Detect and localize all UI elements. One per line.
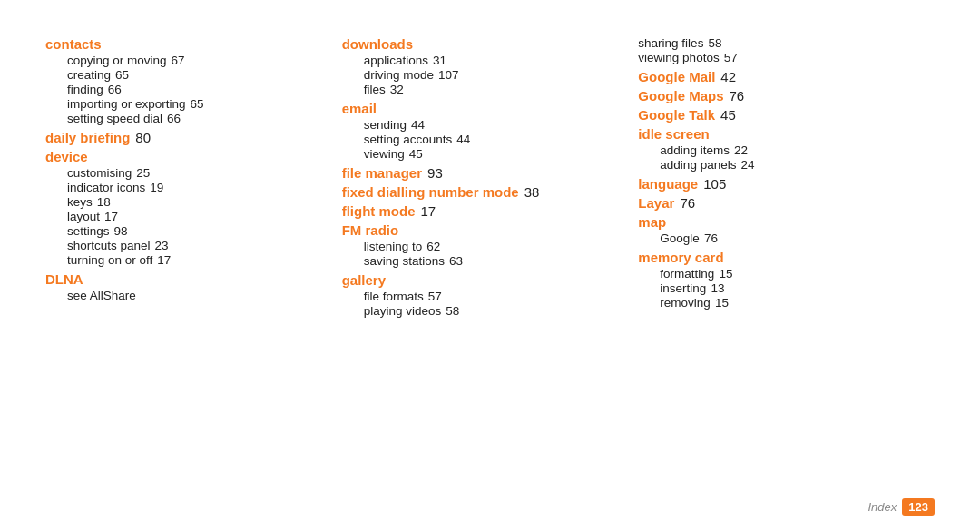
entry-map: map Google 76 xyxy=(638,214,935,246)
sub-adding-items: adding items 22 xyxy=(660,143,935,157)
sub-shortcuts-panel: shortcuts panel 23 xyxy=(67,239,342,252)
sub-adding-panels: adding panels 24 xyxy=(660,158,935,172)
sub-indicator-icons: indicator icons 19 xyxy=(67,181,342,194)
entry-email: email sending 44 setting accounts 44 vie… xyxy=(342,101,639,162)
entry-daily-briefing: daily briefing 80 xyxy=(45,130,342,145)
sub-applications: applications 31 xyxy=(364,54,639,67)
page-content: contacts copying or moving 67 creating 6… xyxy=(0,0,980,532)
entry-downloads: downloads applications 31 driving mode 1… xyxy=(342,36,639,97)
sub-settings: settings 98 xyxy=(67,224,342,238)
entry-flight-mode: flight mode 17 xyxy=(342,203,639,219)
sub-sending: sending 44 xyxy=(364,118,639,132)
header-contacts: contacts xyxy=(45,36,342,52)
sub-formatting: formatting 15 xyxy=(660,267,935,281)
sub-viewing-photos: viewing photos 57 xyxy=(638,51,935,64)
entry-google-mail: Google Mail 42 xyxy=(638,69,935,84)
sub-finding: finding 66 xyxy=(67,83,342,96)
entry-layar: Layar 76 xyxy=(638,195,935,211)
entry-device: device customising 25 indicator icons 19… xyxy=(45,149,342,268)
sub-google-map: Google 76 xyxy=(660,232,935,245)
sub-sharing-files: sharing files 58 xyxy=(638,36,935,50)
sub-driving-mode: driving mode 107 xyxy=(364,68,639,82)
sub-layout: layout 17 xyxy=(67,210,342,223)
entry-google-talk: Google Talk 45 xyxy=(638,107,935,123)
column-2: downloads applications 31 driving mode 1… xyxy=(342,36,639,496)
entry-idle-screen: idle screen adding items 22 adding panel… xyxy=(638,126,935,172)
sub-setting-speed-dial: setting speed dial 66 xyxy=(67,112,342,125)
entry-fixed-dialling: fixed dialling number mode 38 xyxy=(342,184,639,200)
sub-removing: removing 15 xyxy=(660,296,935,310)
sub-customising: customising 25 xyxy=(67,166,342,180)
sub-viewing: viewing 45 xyxy=(364,147,639,161)
sub-file-formats: file formats 57 xyxy=(364,290,639,303)
sub-keys: keys 18 xyxy=(67,195,342,209)
sub-playing-videos: playing videos 58 xyxy=(364,304,639,318)
sub-listening-to: listening to 62 xyxy=(364,240,639,253)
entry-dlna: DLNA see AllShare xyxy=(45,271,342,302)
entry-plain-subs: sharing files 58 viewing photos 57 xyxy=(638,36,935,65)
entry-file-manager: file manager 93 xyxy=(342,165,639,181)
sub-inserting: inserting 13 xyxy=(660,281,935,295)
footer: Index 123 xyxy=(867,498,935,516)
sub-turning-on-or-off: turning on or off 17 xyxy=(67,253,342,267)
sub-files: files 32 xyxy=(364,83,639,96)
sub-setting-accounts: setting accounts 44 xyxy=(364,133,639,146)
sub-copying-or-moving: copying or moving 67 xyxy=(67,54,342,67)
dlna-see: see AllShare xyxy=(67,289,342,302)
entry-language: language 105 xyxy=(638,176,935,192)
footer-index-label: Index xyxy=(867,500,897,514)
sub-saving-stations: saving stations 63 xyxy=(364,254,639,268)
column-3: sharing files 58 viewing photos 57 Googl… xyxy=(638,36,935,496)
entry-contacts: contacts copying or moving 67 creating 6… xyxy=(45,36,342,126)
entry-memory-card: memory card formatting 15 inserting 13 r… xyxy=(638,250,935,310)
entry-google-maps: Google Maps 76 xyxy=(638,88,935,103)
sub-creating: creating 65 xyxy=(67,68,342,82)
entry-gallery: gallery file formats 57 playing videos 5… xyxy=(342,272,639,319)
entry-fm-radio: FM radio listening to 62 saving stations… xyxy=(342,222,639,269)
footer-page-badge: 123 xyxy=(902,498,935,516)
column-1: contacts copying or moving 67 creating 6… xyxy=(45,36,342,496)
sub-importing-or-exporting: importing or exporting 65 xyxy=(67,97,342,111)
